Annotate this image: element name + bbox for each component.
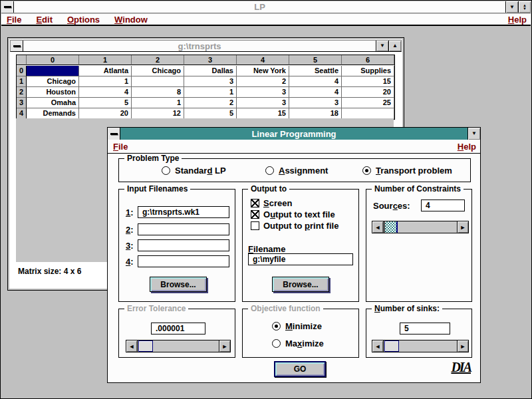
column-header[interactable]: 4 [237, 55, 289, 65]
table-cell[interactable]: 4 [289, 76, 342, 87]
table-cell[interactable]: 2 [184, 98, 237, 108]
main-system-menu-button[interactable] [1, 1, 14, 13]
input-2-field[interactable] [138, 223, 229, 235]
radio-standard-lp[interactable] [162, 166, 170, 175]
sources-scrollbar[interactable]: ◄ ► [372, 221, 469, 233]
table-cell-selected[interactable] [27, 66, 79, 76]
table-cell[interactable]: 4 [79, 87, 132, 98]
checkbox-text-file-label[interactable]: Output to text file [263, 209, 335, 219]
table-cell[interactable]: 2 [237, 76, 289, 87]
table-cell[interactable]: Chicago [132, 66, 184, 76]
table-cell[interactable]: 15 [342, 76, 394, 87]
corner-header[interactable] [17, 55, 27, 65]
table-cell[interactable]: 1 [79, 76, 132, 87]
table-cell[interactable]: Houston [27, 87, 79, 98]
table-cell[interactable]: 8 [132, 87, 184, 98]
row-header[interactable]: 4 [17, 108, 27, 119]
menu-item-window[interactable]: Window [107, 15, 155, 25]
table-cell[interactable] [132, 76, 184, 87]
go-button[interactable]: GO [274, 361, 326, 377]
table-cell[interactable]: 12 [132, 108, 184, 119]
table-cell[interactable]: Dallas [184, 66, 237, 76]
spreadsheet-maximize-button[interactable]: ▲ [388, 41, 401, 51]
output-browse-button[interactable]: Browse... [272, 277, 329, 292]
error-tolerance-scrollbar[interactable]: ◄ ► [126, 340, 231, 352]
dialog-system-menu-button[interactable] [108, 128, 120, 140]
radio-maximize-label[interactable]: Maximize [285, 338, 324, 348]
menu-item-help[interactable]: Help [501, 15, 531, 25]
dialog-menu-file[interactable]: File [108, 142, 135, 152]
dialog-title-bar[interactable]: Linear Programming ▼ [108, 128, 480, 140]
row-header[interactable]: 0 [17, 66, 27, 76]
scroll-right-arrow[interactable]: ► [457, 340, 468, 352]
spreadsheet-system-menu-button[interactable] [11, 41, 23, 51]
input-4-field[interactable] [138, 255, 229, 267]
table-cell[interactable]: 4 [289, 87, 342, 98]
sources-field[interactable]: 4 [421, 200, 465, 211]
checkbox-print-file[interactable] [251, 221, 259, 230]
input-1-field[interactable]: g:\trnsprts.wk1 [138, 206, 229, 218]
dialog-menu-help[interactable]: Help [450, 142, 480, 152]
scroll-left-arrow[interactable]: ◄ [372, 340, 384, 352]
table-cell[interactable]: 20 [79, 108, 132, 119]
row-header[interactable]: 3 [17, 98, 27, 108]
table-cell[interactable]: 15 [237, 108, 289, 119]
scroll-left-arrow[interactable]: ◄ [372, 221, 384, 233]
error-tolerance-scrollbar-thumb[interactable] [138, 340, 153, 352]
table-cell[interactable]: Atlanta [79, 66, 132, 76]
column-header[interactable]: 6 [342, 55, 394, 65]
table-cell[interactable]: 3 [237, 87, 289, 98]
spreadsheet-title-bar[interactable]: g:\trnsprts ▼ ▲ [10, 40, 402, 52]
table-cell[interactable]: Chicago [27, 76, 79, 87]
column-header[interactable]: 5 [289, 55, 342, 65]
table-cell[interactable] [342, 108, 394, 119]
scroll-right-arrow[interactable]: ► [457, 221, 468, 233]
scroll-left-arrow[interactable]: ◄ [126, 340, 138, 352]
dialog-minimize-button[interactable]: ▼ [467, 128, 480, 140]
table-cell[interactable]: 18 [289, 108, 342, 119]
error-tolerance-field[interactable]: .000001 [151, 323, 205, 334]
checkbox-screen[interactable] [251, 199, 259, 207]
table-cell[interactable]: 25 [342, 98, 394, 108]
column-header[interactable]: 0 [27, 55, 79, 65]
radio-minimize[interactable] [272, 322, 281, 331]
table-cell[interactable]: 1 [184, 87, 237, 98]
column-header[interactable]: 3 [184, 55, 237, 65]
row-header[interactable]: 1 [17, 76, 27, 87]
column-header[interactable]: 2 [132, 55, 184, 65]
table-cell[interactable]: 3 [289, 98, 342, 108]
spreadsheet-minimize-button[interactable]: ▼ [376, 41, 388, 51]
checkbox-text-file[interactable] [251, 210, 259, 219]
radio-standard-lp-label[interactable]: Standard LP [175, 166, 226, 176]
radio-transport-problem-label[interactable]: Transport problem [376, 166, 452, 176]
sinks-scrollbar[interactable]: ◄ ► [372, 340, 469, 352]
main-title-bar[interactable]: LP ▼ ▲▼ [1, 1, 531, 13]
sinks-field[interactable]: 5 [400, 323, 450, 334]
table-cell[interactable]: Seattle [289, 66, 342, 76]
checkbox-print-file-label[interactable]: Output to print file [263, 221, 338, 231]
table-cell[interactable]: 20 [342, 87, 394, 98]
radio-maximize[interactable] [272, 339, 281, 348]
main-minimize-button[interactable]: ▼ [505, 1, 518, 13]
filename-field[interactable]: g:\myfile [248, 253, 353, 265]
radio-transport-problem[interactable] [362, 166, 371, 175]
radio-assignment[interactable] [265, 166, 274, 175]
column-header[interactable]: 1 [79, 55, 132, 65]
sources-scrollbar-thumb[interactable] [384, 221, 398, 233]
main-restore-button[interactable]: ▲▼ [518, 1, 531, 13]
menu-item-edit[interactable]: Edit [29, 15, 60, 25]
checkbox-screen-label[interactable]: Screen [263, 198, 292, 208]
table-cell[interactable]: Supplies [342, 66, 394, 76]
radio-minimize-label[interactable]: Minimize [285, 321, 322, 331]
sinks-scrollbar-thumb[interactable] [384, 340, 399, 352]
scroll-right-arrow[interactable]: ► [219, 340, 230, 352]
table-cell[interactable]: Omaha [27, 98, 79, 108]
row-header[interactable]: 2 [17, 87, 27, 98]
menu-item-options[interactable]: Options [60, 15, 107, 25]
table-cell[interactable]: 1 [132, 98, 184, 108]
table-cell[interactable]: Demands [27, 108, 79, 119]
input-3-field[interactable] [138, 239, 229, 251]
menu-item-file[interactable]: File [1, 15, 29, 25]
table-cell[interactable]: 5 [79, 98, 132, 108]
table-cell[interactable]: 3 [184, 76, 237, 87]
